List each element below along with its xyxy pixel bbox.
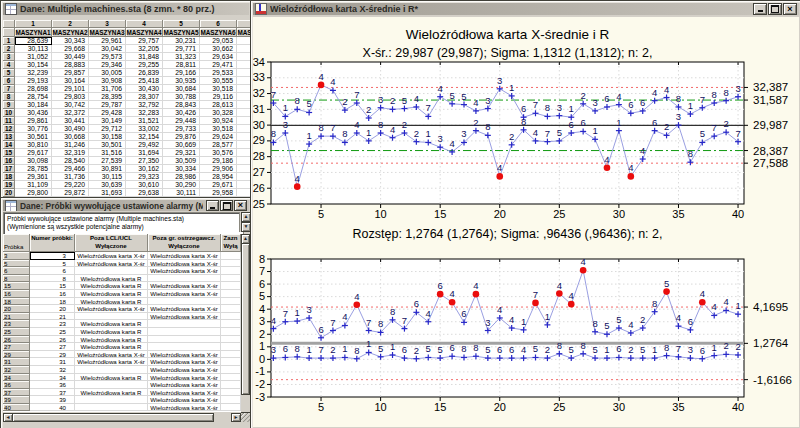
- sample-number-cell[interactable]: 40: [30, 404, 75, 412]
- column-number-header[interactable]: 4: [126, 20, 163, 28]
- data-cell[interactable]: 30,158: [89, 133, 126, 141]
- data-cell[interactable]: 25,418: [126, 77, 163, 85]
- data-cell[interactable]: [237, 133, 251, 141]
- alarm-lcl-ucl-cell[interactable]: Wieloźródłowa karta X-śr: [75, 351, 148, 359]
- data-cell[interactable]: 30,162: [126, 165, 163, 173]
- data-cell[interactable]: 29,186: [200, 157, 237, 165]
- data-cell[interactable]: [237, 189, 251, 197]
- maximize-button[interactable]: [220, 200, 233, 211]
- data-cell[interactable]: 30,555: [200, 77, 237, 85]
- alarm-warning-cell[interactable]: Wieloźródłowa karta X-śr: [148, 313, 221, 321]
- data-cell[interactable]: 32,792: [126, 101, 163, 109]
- data-cell[interactable]: 29,668: [52, 45, 89, 53]
- alarm-warning-cell[interactable]: [148, 343, 221, 351]
- data-cell[interactable]: 28,307: [126, 93, 163, 101]
- alarm-warning-cell[interactable]: [148, 320, 221, 328]
- data-cell[interactable]: 29,255: [126, 61, 163, 69]
- alarm-lcl-ucl-cell[interactable]: Wieloźródłowa karta R: [75, 290, 148, 298]
- alarm-warning-cell[interactable]: Wieloźródłowa karta X-śr: [148, 358, 221, 366]
- sample-number-cell[interactable]: 37: [30, 389, 75, 397]
- alarm-extra-cell[interactable]: [221, 396, 241, 404]
- data-cell[interactable]: 29,116: [200, 93, 237, 101]
- column-header[interactable]: MASZYNA5: [163, 28, 200, 37]
- row-label[interactable]: 3: [3, 252, 30, 260]
- row-number[interactable]: 4: [3, 61, 15, 69]
- row-number[interactable]: 19: [3, 181, 15, 189]
- data-cell[interactable]: 31,516: [89, 149, 126, 157]
- data-cell[interactable]: [237, 181, 251, 189]
- column-header[interactable]: Numer próbki:: [30, 234, 75, 252]
- data-cell[interactable]: 28,883: [52, 61, 89, 69]
- data-cell[interactable]: 29,638: [126, 189, 163, 197]
- data-cell[interactable]: 29,448: [163, 117, 200, 125]
- alarm-lcl-ucl-cell[interactable]: Wieloźródłowa karta X-śr: [75, 252, 148, 260]
- data-cell[interactable]: 30,662: [200, 45, 237, 53]
- data-cell[interactable]: 29,166: [163, 69, 200, 77]
- data-cell[interactable]: 29,857: [52, 69, 89, 77]
- alarm-extra-cell[interactable]: [221, 275, 241, 283]
- column-header[interactable]: MASZYNA1: [15, 28, 52, 37]
- alarm-extra-cell[interactable]: [221, 298, 241, 306]
- sample-number-cell[interactable]: 39: [30, 396, 75, 404]
- sample-number-cell[interactable]: 8: [30, 275, 75, 283]
- row-number[interactable]: 9: [3, 101, 15, 109]
- data-cell[interactable]: 29,803: [52, 93, 89, 101]
- alarm-extra-cell[interactable]: [221, 381, 241, 389]
- row-number[interactable]: 7: [3, 85, 15, 93]
- data-cell[interactable]: 32,239: [15, 69, 52, 77]
- data-cell[interactable]: 30,343: [52, 37, 89, 45]
- alarm-warning-cell[interactable]: [148, 328, 221, 336]
- maximize-button[interactable]: [768, 3, 782, 15]
- data-cell[interactable]: 29,428: [89, 109, 126, 117]
- row-number[interactable]: 12: [3, 125, 15, 133]
- data-cell[interactable]: 29,101: [52, 85, 89, 93]
- minimize-button[interactable]: [206, 200, 219, 211]
- minimize-button[interactable]: [753, 3, 767, 15]
- sample-number-cell[interactable]: 27: [30, 343, 75, 351]
- alarm-warning-cell[interactable]: Wieloźródłowa karta X-śr: [148, 366, 221, 374]
- row-label[interactable]: 8: [3, 275, 30, 283]
- column-header[interactable]: MAS: [237, 28, 251, 37]
- column-header[interactable]: MASZYNA6: [200, 28, 237, 37]
- row-label[interactable]: 18: [3, 298, 30, 306]
- data-cell[interactable]: 28,698: [15, 85, 52, 93]
- row-number[interactable]: 6: [3, 77, 15, 85]
- alarm-extra-cell[interactable]: [221, 343, 241, 351]
- data-cell[interactable]: 29,771: [163, 45, 200, 53]
- alarm-lcl-ucl-cell[interactable]: Wieloźródłowa karta X-śr: [75, 260, 148, 268]
- data-cell[interactable]: [237, 117, 251, 125]
- data-cell[interactable]: 28,754: [15, 93, 52, 101]
- alarm-lcl-ucl-cell[interactable]: Wieloźródłowa karta X-śr: [75, 305, 148, 313]
- alarm-lcl-ucl-cell[interactable]: [75, 267, 148, 275]
- data-cell[interactable]: 30,290: [163, 181, 200, 189]
- sample-number-cell[interactable]: 25: [30, 328, 75, 336]
- alarm-extra-cell[interactable]: [221, 267, 241, 275]
- row-label[interactable]: 20: [3, 305, 30, 313]
- alarm-warning-cell[interactable]: Wieloźródłowa karta X-śr: [148, 381, 221, 389]
- data-cell[interactable]: 29,323: [126, 173, 163, 181]
- data-cell[interactable]: 30,935: [163, 77, 200, 85]
- alarm-extra-cell[interactable]: [221, 320, 241, 328]
- data-cell[interactable]: [237, 77, 251, 85]
- data-cell[interactable]: 29,906: [200, 165, 237, 173]
- data-cell[interactable]: 30,334: [163, 165, 200, 173]
- alarm-warning-cell[interactable]: [148, 275, 221, 283]
- data-cell[interactable]: 30,005: [89, 69, 126, 77]
- data-cell[interactable]: 30,684: [163, 85, 200, 93]
- data-cell[interactable]: 32,154: [126, 133, 163, 141]
- column-header[interactable]: MASZYNA2: [52, 28, 89, 37]
- data-cell[interactable]: 30,610: [126, 181, 163, 189]
- data-cell[interactable]: 30,908: [89, 77, 126, 85]
- alarm-extra-cell[interactable]: [221, 260, 241, 268]
- data-cell[interactable]: 31,848: [126, 53, 163, 61]
- alarm-extra-cell[interactable]: [221, 282, 241, 290]
- data-cell[interactable]: 32,205: [126, 45, 163, 53]
- data-cell[interactable]: 30,436: [15, 109, 52, 117]
- row-number[interactable]: 18: [3, 173, 15, 181]
- data-cell[interactable]: [237, 149, 251, 157]
- data-cell[interactable]: 30,426: [163, 109, 200, 117]
- alarm-lcl-ucl-cell[interactable]: [75, 396, 148, 404]
- row-label[interactable]: 25: [3, 328, 30, 336]
- data-cell[interactable]: 29,220: [52, 181, 89, 189]
- data-cell[interactable]: [237, 157, 251, 165]
